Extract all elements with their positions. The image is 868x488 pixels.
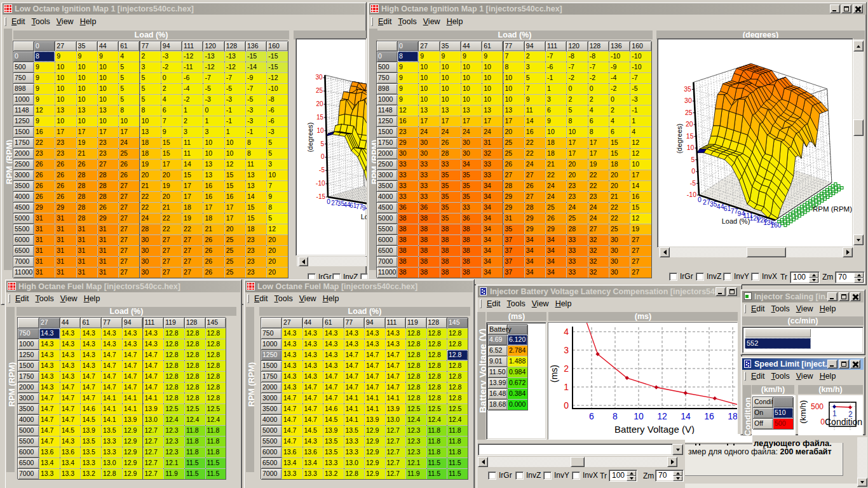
svg-text:-5: -5 <box>690 179 696 187</box>
svg-text:0: 0 <box>327 198 330 205</box>
svg-text:25: 25 <box>316 87 323 94</box>
svg-text:Condition: Condition <box>825 417 862 427</box>
svg-text:(ms): (ms) <box>549 365 559 383</box>
svg-text:-5: -5 <box>319 166 325 173</box>
svg-text:3: 3 <box>564 345 569 355</box>
svg-text:10: 10 <box>687 144 695 151</box>
svg-text:4: 4 <box>564 327 569 337</box>
svg-text:5: 5 <box>691 156 695 163</box>
svg-text:Battery Voltage (V): Battery Voltage (V) <box>614 424 695 435</box>
svg-text:30: 30 <box>684 97 692 104</box>
svg-text:0: 0 <box>691 167 695 175</box>
svg-text:20: 20 <box>316 100 323 107</box>
svg-text:12: 12 <box>657 411 667 421</box>
svg-text:94: 94 <box>362 205 367 212</box>
svg-text:(km/h): (km/h) <box>798 400 808 424</box>
svg-text:6: 6 <box>589 411 594 421</box>
svg-text:16: 16 <box>704 411 714 421</box>
svg-text:-10: -10 <box>687 191 696 198</box>
svg-text:10: 10 <box>316 127 324 134</box>
svg-text:25: 25 <box>685 109 693 116</box>
svg-text:(degrees): (degrees) <box>675 123 683 153</box>
svg-text:Load (%): Load (%) <box>361 213 367 220</box>
svg-text:14: 14 <box>681 411 691 421</box>
svg-text:30: 30 <box>315 74 323 81</box>
svg-text:35: 35 <box>684 85 691 93</box>
svg-text:0: 0 <box>698 196 702 203</box>
svg-text:20: 20 <box>686 120 693 128</box>
svg-text:10: 10 <box>634 411 644 421</box>
svg-text:0: 0 <box>564 400 569 410</box>
svg-text:(degrees): (degrees) <box>306 122 314 152</box>
svg-text:-15: -15 <box>316 193 326 200</box>
svg-text:18: 18 <box>728 411 737 421</box>
svg-text:5: 5 <box>320 140 324 147</box>
svg-text:15: 15 <box>686 132 694 140</box>
svg-text:0: 0 <box>321 153 325 160</box>
svg-text:15: 15 <box>316 114 324 121</box>
svg-text:-10: -10 <box>316 180 325 187</box>
svg-text:1: 1 <box>564 382 569 392</box>
svg-text:500: 500 <box>811 402 824 411</box>
svg-text:Load (%): Load (%) <box>722 217 750 225</box>
svg-text:RPM (RPM): RPM (RPM) <box>813 205 852 213</box>
svg-text:8: 8 <box>613 411 618 421</box>
svg-text:2: 2 <box>564 363 569 374</box>
svg-text:160: 160 <box>770 221 782 229</box>
